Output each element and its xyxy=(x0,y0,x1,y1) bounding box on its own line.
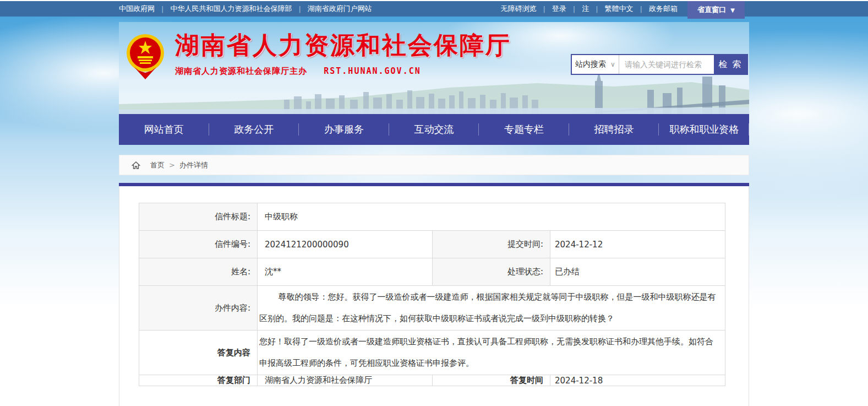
reply-label: 答复内容 xyxy=(139,331,258,375)
site-title: 湖南省人力资源和社会保障厅 xyxy=(175,32,511,58)
login-link[interactable]: 登录 xyxy=(552,4,566,14)
nav-item-recruitment[interactable]: 招聘招录 xyxy=(569,114,659,145)
traditional-chinese-link[interactable]: 繁體中文 xyxy=(605,4,634,14)
search-input[interactable] xyxy=(619,55,714,74)
reply-dept-value: 湖南省人力资源和社会保障厅 xyxy=(258,375,433,386)
search-scope-value: 站内搜索 xyxy=(575,59,606,69)
breadcrumb-current: 办件详情 xyxy=(179,160,208,170)
table-row-reply-dept: 答复部门 湖南省人力资源和社会保障厅 答复时间 2024-12-18 xyxy=(139,375,725,386)
nav-item-interaction[interactable]: 互动交流 xyxy=(389,114,479,145)
province-window-dropdown[interactable]: 省直窗口 ▼ xyxy=(687,1,745,19)
table-row-content: 办件内容: 尊敬的领导：您好。获得了一级造价或者一级建造师，根据国家相关规定就等… xyxy=(139,286,725,331)
name-value: 沈** xyxy=(258,258,433,286)
content-label: 办件内容: xyxy=(139,286,258,331)
site-subtitle: 湖南省人力资源和社会保障厅主办 RST.HUNAN.GOV.CN xyxy=(175,66,511,77)
breadcrumb: 首页 > 办件详情 xyxy=(119,155,749,175)
accessibility-link[interactable]: 无障碍浏览 xyxy=(500,4,536,14)
search-button[interactable]: 检 索 xyxy=(714,55,747,74)
dropdown-arrow-icon: ▼ xyxy=(730,7,735,13)
province-window-label: 省直窗口 xyxy=(697,5,726,15)
search-scope-select[interactable]: 站内搜索 xyxy=(572,55,619,74)
reply-value: 您好！取得了一级造价或者一级建造师职业资格证书，直接认可具备工程师职称，无需换发… xyxy=(258,331,725,375)
letter-number-label: 信件编号: xyxy=(139,231,258,258)
submit-time-label: 提交时间: xyxy=(433,231,550,258)
divider xyxy=(543,5,545,13)
detail-table: 信件标题: 中级职称 信件编号: 2024121200000090 提交时间: … xyxy=(139,203,725,386)
status-label: 处理状态: xyxy=(433,258,550,286)
letter-detail-panel: 信件标题: 中级职称 信件编号: 2024121200000090 提交时间: … xyxy=(119,186,749,406)
topbar-right-links: 无障碍浏览 登录 注 繁體中文 政务邮箱 xyxy=(500,4,678,14)
letter-title-label: 信件标题: xyxy=(139,203,258,231)
letter-title-value: 中级职称 xyxy=(258,203,725,231)
breadcrumb-home-link[interactable]: 首页 xyxy=(150,160,165,170)
letter-number-value: 2024121200000090 xyxy=(258,231,433,258)
top-utility-bar: 中国政府网 中华人民共和国人力资源和社会保障部 湖南省政府门户网站 无障碍浏览 … xyxy=(0,1,868,17)
nav-item-home[interactable]: 网站首页 xyxy=(119,114,209,145)
gov-mail-link[interactable]: 政务邮箱 xyxy=(649,4,678,14)
divider xyxy=(298,5,301,13)
topbar-left-links: 中国政府网 中华人民共和国人力资源和社会保障部 湖南省政府门户网站 xyxy=(119,4,372,14)
topbar-link-mohrss[interactable]: 中华人民共和国人力资源和社会保障部 xyxy=(170,4,292,14)
status-value: 已办结 xyxy=(550,258,725,286)
reply-dept-label: 答复部门 xyxy=(139,375,258,386)
register-link[interactable]: 注 xyxy=(582,4,589,14)
breadcrumb-separator: > xyxy=(169,161,175,169)
divider xyxy=(596,5,598,13)
nav-item-services[interactable]: 办事服务 xyxy=(299,114,389,145)
home-icon xyxy=(132,161,140,170)
divider xyxy=(161,5,163,13)
table-row-title: 信件标题: 中级职称 xyxy=(139,203,725,231)
site-url: RST.HUNAN.GOV.CN xyxy=(324,66,421,76)
divider xyxy=(640,5,642,13)
divider xyxy=(573,5,575,13)
site-search: 站内搜索 检 索 xyxy=(571,54,748,75)
table-row-number: 信件编号: 2024121200000090 提交时间: 2024-12-12 xyxy=(139,231,725,258)
topbar-link-hunan-gov[interactable]: 湖南省政府门户网站 xyxy=(308,4,372,14)
reply-time-label: 答复时间 xyxy=(433,375,550,386)
chevron-down-icon xyxy=(610,61,615,68)
name-label: 姓名: xyxy=(139,258,258,286)
table-row-reply: 答复内容 您好！取得了一级造价或者一级建造师职业资格证书，直接认可具备工程师职称… xyxy=(139,331,725,375)
site-banner: 湖南省人力资源和社会保障厅 湖南省人力资源和社会保障厅主办 RST.HUNAN.… xyxy=(119,22,749,114)
table-row-name: 姓名: 沈** 处理状态: 已办结 xyxy=(139,258,725,286)
nav-item-gov-info[interactable]: 政务公开 xyxy=(209,114,299,145)
national-emblem-logo xyxy=(125,32,165,79)
nav-item-professional-titles[interactable]: 职称和职业资格 xyxy=(659,114,749,145)
site-subtitle-text: 湖南省人力资源和社会保障厅主办 xyxy=(175,66,307,76)
topbar-link-china-gov[interactable]: 中国政府网 xyxy=(119,4,155,14)
nav-item-special-topics[interactable]: 专题专栏 xyxy=(479,114,569,145)
main-nav: 网站首页 政务公开 办事服务 互动交流 专题专栏 招聘招录 职称和职业资格 xyxy=(119,114,749,145)
submit-time-value: 2024-12-12 xyxy=(550,231,725,258)
content-value: 尊敬的领导：您好。获得了一级造价或者一级建造师，根据国家相关规定就等同于中级职称… xyxy=(258,286,725,331)
reply-time-value: 2024-12-18 xyxy=(550,375,725,386)
